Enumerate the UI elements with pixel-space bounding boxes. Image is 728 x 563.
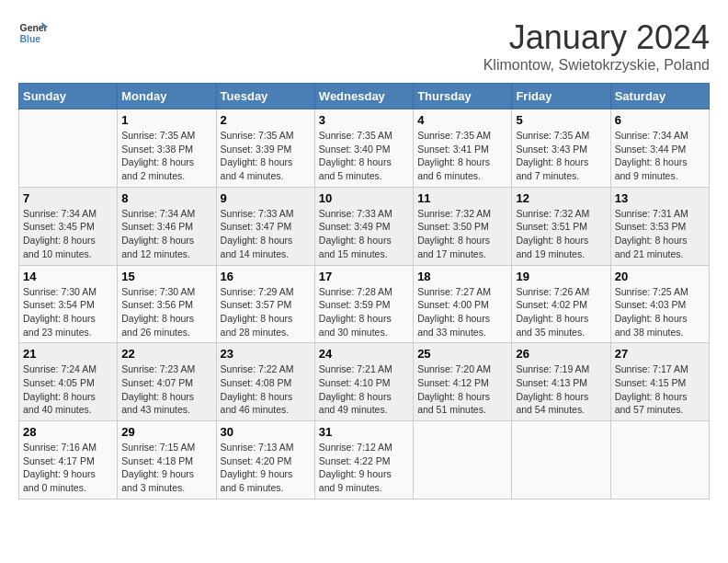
logo-icon: General Blue [18, 18, 48, 48]
day-info: Sunrise: 7:21 AMSunset: 4:10 PMDaylight:… [319, 362, 409, 417]
calendar-week-row: 21Sunrise: 7:24 AMSunset: 4:05 PMDayligh… [19, 343, 710, 421]
day-info: Sunrise: 7:30 AMSunset: 3:56 PMDaylight:… [121, 285, 211, 339]
calendar-cell: 15Sunrise: 7:30 AMSunset: 3:56 PMDayligh… [118, 265, 216, 343]
day-number: 26 [516, 347, 606, 361]
calendar-cell: 17Sunrise: 7:28 AMSunset: 3:59 PMDayligh… [314, 265, 413, 343]
weekday-header-cell: Thursday [414, 84, 512, 109]
weekday-header-row: SundayMondayTuesdayWednesdayThursdayFrid… [19, 84, 710, 109]
day-number: 28 [23, 425, 113, 439]
calendar-cell: 13Sunrise: 7:31 AMSunset: 3:53 PMDayligh… [610, 187, 709, 265]
weekday-header-cell: Tuesday [216, 84, 314, 109]
day-info: Sunrise: 7:28 AMSunset: 3:59 PMDaylight:… [319, 285, 409, 339]
day-number: 13 [615, 191, 705, 205]
day-number: 25 [417, 347, 507, 361]
calendar-week-row: 7Sunrise: 7:34 AMSunset: 3:45 PMDaylight… [19, 187, 710, 265]
day-number: 20 [615, 270, 705, 283]
day-info: Sunrise: 7:17 AMSunset: 4:15 PMDaylight:… [615, 362, 705, 417]
day-info: Sunrise: 7:35 AMSunset: 3:38 PMDaylight:… [121, 129, 211, 183]
calendar-cell: 18Sunrise: 7:27 AMSunset: 4:00 PMDayligh… [414, 265, 512, 343]
calendar-cell: 10Sunrise: 7:33 AMSunset: 3:49 PMDayligh… [314, 187, 413, 265]
calendar-cell [19, 109, 118, 188]
calendar-cell: 29Sunrise: 7:15 AMSunset: 4:18 PMDayligh… [118, 421, 216, 500]
calendar-cell: 19Sunrise: 7:26 AMSunset: 4:02 PMDayligh… [512, 265, 610, 343]
day-number: 10 [319, 191, 409, 205]
day-info: Sunrise: 7:26 AMSunset: 4:02 PMDaylight:… [516, 285, 606, 339]
day-number: 30 [221, 425, 311, 439]
title-section: January 2024 Klimontow, Swietokrzyskie, … [483, 18, 710, 74]
day-number: 31 [319, 425, 409, 439]
day-info: Sunrise: 7:20 AMSunset: 4:12 PMDaylight:… [417, 362, 507, 417]
day-number: 16 [221, 270, 311, 283]
day-number: 29 [121, 425, 211, 439]
calendar-cell: 2Sunrise: 7:35 AMSunset: 3:39 PMDaylight… [216, 109, 314, 188]
calendar-title: January 2024 [483, 18, 710, 57]
page-header: General Blue January 2024 Klimontow, Swi… [18, 18, 710, 74]
day-number: 27 [615, 347, 705, 361]
calendar-cell: 9Sunrise: 7:33 AMSunset: 3:47 PMDaylight… [216, 187, 314, 265]
calendar-cell: 25Sunrise: 7:20 AMSunset: 4:12 PMDayligh… [414, 343, 512, 421]
day-info: Sunrise: 7:29 AMSunset: 3:57 PMDaylight:… [221, 285, 311, 339]
calendar-cell: 21Sunrise: 7:24 AMSunset: 4:05 PMDayligh… [19, 343, 118, 421]
day-info: Sunrise: 7:33 AMSunset: 3:49 PMDaylight:… [319, 207, 409, 261]
day-number: 3 [319, 113, 409, 127]
calendar-cell [414, 421, 512, 500]
day-number: 9 [221, 191, 311, 205]
weekday-header-cell: Sunday [19, 84, 118, 109]
day-info: Sunrise: 7:30 AMSunset: 3:54 PMDaylight:… [23, 285, 113, 339]
day-info: Sunrise: 7:32 AMSunset: 3:51 PMDaylight:… [516, 207, 606, 261]
day-info: Sunrise: 7:35 AMSunset: 3:40 PMDaylight:… [319, 129, 409, 183]
day-info: Sunrise: 7:22 AMSunset: 4:08 PMDaylight:… [221, 362, 311, 417]
calendar-cell [512, 421, 610, 500]
calendar-cell: 28Sunrise: 7:16 AMSunset: 4:17 PMDayligh… [19, 421, 118, 500]
calendar-table: SundayMondayTuesdayWednesdayThursdayFrid… [18, 83, 710, 500]
calendar-cell [610, 421, 709, 500]
day-info: Sunrise: 7:12 AMSunset: 4:22 PMDaylight:… [319, 441, 409, 495]
calendar-week-row: 28Sunrise: 7:16 AMSunset: 4:17 PMDayligh… [19, 421, 710, 500]
calendar-cell: 8Sunrise: 7:34 AMSunset: 3:46 PMDaylight… [118, 187, 216, 265]
calendar-body: 1Sunrise: 7:35 AMSunset: 3:38 PMDaylight… [19, 109, 710, 500]
calendar-cell: 11Sunrise: 7:32 AMSunset: 3:50 PMDayligh… [414, 187, 512, 265]
calendar-cell: 23Sunrise: 7:22 AMSunset: 4:08 PMDayligh… [216, 343, 314, 421]
weekday-header-cell: Friday [512, 84, 610, 109]
day-number: 12 [516, 191, 606, 205]
day-info: Sunrise: 7:35 AMSunset: 3:43 PMDaylight:… [516, 129, 606, 183]
day-info: Sunrise: 7:35 AMSunset: 3:41 PMDaylight:… [417, 129, 507, 183]
day-info: Sunrise: 7:16 AMSunset: 4:17 PMDaylight:… [23, 441, 113, 495]
calendar-cell: 4Sunrise: 7:35 AMSunset: 3:41 PMDaylight… [414, 109, 512, 188]
day-number: 22 [121, 347, 211, 361]
calendar-cell: 12Sunrise: 7:32 AMSunset: 3:51 PMDayligh… [512, 187, 610, 265]
day-info: Sunrise: 7:34 AMSunset: 3:44 PMDaylight:… [615, 129, 705, 183]
day-info: Sunrise: 7:23 AMSunset: 4:07 PMDaylight:… [121, 362, 211, 417]
svg-text:Blue: Blue [20, 34, 41, 44]
day-info: Sunrise: 7:27 AMSunset: 4:00 PMDaylight:… [417, 285, 507, 339]
logo: General Blue [18, 18, 48, 48]
weekday-header-cell: Monday [118, 84, 216, 109]
calendar-week-row: 1Sunrise: 7:35 AMSunset: 3:38 PMDaylight… [19, 109, 710, 188]
day-info: Sunrise: 7:34 AMSunset: 3:46 PMDaylight:… [121, 207, 211, 261]
day-number: 6 [615, 113, 705, 127]
day-info: Sunrise: 7:13 AMSunset: 4:20 PMDaylight:… [221, 441, 311, 495]
day-number: 15 [121, 270, 211, 283]
calendar-subtitle: Klimontow, Swietokrzyskie, Poland [483, 57, 710, 74]
day-number: 17 [319, 270, 409, 283]
day-number: 4 [417, 113, 507, 127]
day-number: 14 [23, 270, 113, 283]
calendar-week-row: 14Sunrise: 7:30 AMSunset: 3:54 PMDayligh… [19, 265, 710, 343]
calendar-cell: 6Sunrise: 7:34 AMSunset: 3:44 PMDaylight… [610, 109, 709, 188]
day-number: 19 [516, 270, 606, 283]
day-info: Sunrise: 7:24 AMSunset: 4:05 PMDaylight:… [23, 362, 113, 417]
calendar-cell: 26Sunrise: 7:19 AMSunset: 4:13 PMDayligh… [512, 343, 610, 421]
day-info: Sunrise: 7:34 AMSunset: 3:45 PMDaylight:… [23, 207, 113, 261]
calendar-cell: 27Sunrise: 7:17 AMSunset: 4:15 PMDayligh… [610, 343, 709, 421]
day-number: 2 [221, 113, 311, 127]
day-number: 23 [221, 347, 311, 361]
calendar-cell: 5Sunrise: 7:35 AMSunset: 3:43 PMDaylight… [512, 109, 610, 188]
calendar-cell: 24Sunrise: 7:21 AMSunset: 4:10 PMDayligh… [314, 343, 413, 421]
day-info: Sunrise: 7:19 AMSunset: 4:13 PMDaylight:… [516, 362, 606, 417]
weekday-header-cell: Saturday [610, 84, 709, 109]
calendar-cell: 31Sunrise: 7:12 AMSunset: 4:22 PMDayligh… [314, 421, 413, 500]
day-info: Sunrise: 7:32 AMSunset: 3:50 PMDaylight:… [417, 207, 507, 261]
day-number: 18 [417, 270, 507, 283]
day-number: 7 [23, 191, 113, 205]
day-info: Sunrise: 7:15 AMSunset: 4:18 PMDaylight:… [121, 441, 211, 495]
